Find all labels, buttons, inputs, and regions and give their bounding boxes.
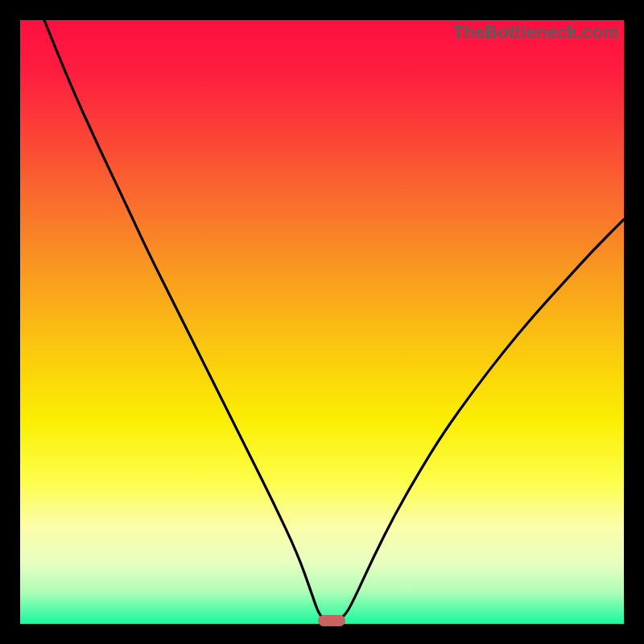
bottleneck-curve — [44, 20, 624, 621]
minimum-marker — [318, 615, 345, 626]
curve-layer — [20, 20, 624, 624]
chart-container: { "watermark": "TheBottleneck.com", "col… — [0, 0, 644, 644]
plot-area: TheBottleneck.com — [20, 20, 624, 624]
